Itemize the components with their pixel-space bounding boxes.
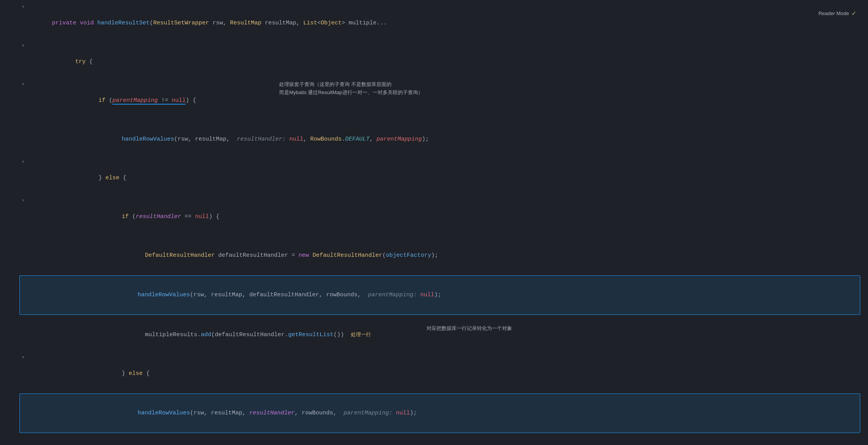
code-line-if-result: ▼ if (resultHandler == null) {: [0, 198, 868, 236]
code-line-else2: ▼ } else {: [0, 354, 868, 393]
fold-arrow[interactable]: ▼: [19, 160, 27, 164]
code-hrv3: handleRowValues(rsw, resultMap, resultHa…: [113, 395, 860, 432]
code-if-parent: if (parentMapping != null) {: [27, 82, 868, 119]
code-line-hrv3: handleRowValues(rsw, resultMap, resultHa…: [19, 393, 860, 433]
fold-arrow[interactable]: ▼: [19, 355, 27, 360]
code-try: try {: [27, 43, 868, 81]
code-line-method: ▼ private void handleResultSet(ResultSet…: [0, 4, 868, 43]
code-else1: } else {: [27, 160, 868, 197]
code-line-try: ▼ try {: [0, 43, 868, 81]
code-if-result: if (resultHandler == null) {: [27, 198, 868, 235]
fold-arrow[interactable]: ▼: [19, 43, 27, 48]
code-line-hrv1: handleRowValues(rsw, resultMap, resultHa…: [0, 120, 868, 159]
code-line-hrv2: handleRowValues(rsw, resultMap, defaultR…: [19, 275, 860, 315]
code-hrv1: handleRowValues(rsw, resultMap, resultHa…: [27, 121, 868, 158]
code-close-else: }: [27, 434, 868, 445]
code-line-close-else: }: [0, 433, 868, 445]
code-line-if-parent: ▼ if (parentMapping != null) { 处理嵌套子查询（这…: [0, 81, 868, 120]
code-editor: Reader Mode ✓ ▼ private void handleResul…: [0, 0, 868, 445]
fold-arrow[interactable]: ▼: [19, 5, 27, 9]
fold-arrow[interactable]: ▼: [19, 82, 27, 87]
code-hrv2: handleRowValues(rsw, resultMap, defaultR…: [113, 277, 860, 314]
code-multiple-results: multipleResults.add(defaultResultHandler…: [27, 316, 868, 354]
code-line-else1: ▼ } else {: [0, 159, 868, 198]
code-line-multiple-results: multipleResults.add(defaultResultHandler…: [0, 315, 868, 354]
code-default-handler: DefaultResultHandler defaultResultHandle…: [27, 237, 868, 274]
code-else2: } else {: [27, 355, 868, 392]
code-line-default-handler: DefaultResultHandler defaultResultHandle…: [0, 236, 868, 275]
code-method-sig: private void handleResultSet(ResultSetWr…: [27, 5, 868, 42]
fold-arrow[interactable]: ▼: [19, 198, 27, 203]
